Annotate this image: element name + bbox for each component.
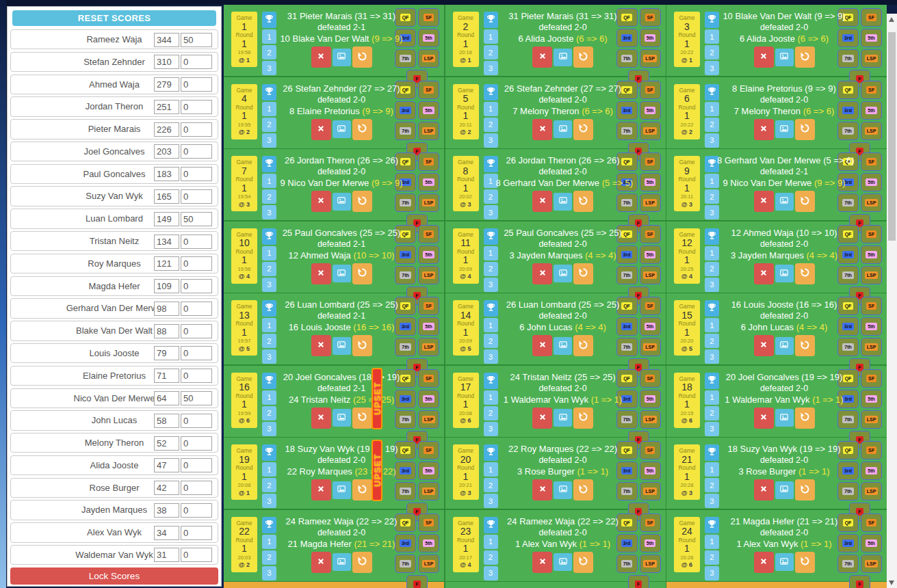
photo-button[interactable] xyxy=(554,49,572,66)
undo-button[interactable] xyxy=(795,552,815,573)
player-bonus-input[interactable] xyxy=(181,33,212,47)
undo-button[interactable] xyxy=(352,479,372,500)
sf-button[interactable]: SF xyxy=(418,513,439,532)
player-score-input[interactable] xyxy=(154,256,179,271)
sf-button[interactable]: SF xyxy=(861,81,882,99)
delete-result-button[interactable] xyxy=(532,191,552,212)
player-score-input[interactable] xyxy=(154,235,179,249)
player-score-input[interactable] xyxy=(154,55,179,69)
delete-result-button[interactable] xyxy=(754,46,774,68)
5th-button[interactable]: 5th xyxy=(861,317,882,336)
player-bonus-input[interactable] xyxy=(181,414,212,428)
player-score-input[interactable] xyxy=(154,503,179,518)
5th-button[interactable]: 5th xyxy=(418,245,439,264)
player-bonus-input[interactable] xyxy=(181,167,212,181)
lsp-button[interactable]: LSP xyxy=(418,266,439,284)
photo-button[interactable] xyxy=(775,337,794,355)
sf-button[interactable]: SF xyxy=(640,369,661,388)
delete-result-button[interactable] xyxy=(311,263,331,284)
photo-button[interactable] xyxy=(554,481,572,499)
5th-button[interactable]: 5th xyxy=(640,101,661,120)
sf-button[interactable]: SF xyxy=(861,441,882,459)
sf-button[interactable]: SF xyxy=(861,369,882,388)
player-score-input[interactable] xyxy=(154,212,179,226)
delete-result-button[interactable] xyxy=(532,479,552,500)
5th-button[interactable]: 5th xyxy=(861,173,882,191)
undo-button[interactable] xyxy=(573,46,593,68)
sf-button[interactable]: SF xyxy=(418,441,439,459)
lsp-button[interactable]: LSP xyxy=(418,554,439,573)
photo-button[interactable] xyxy=(554,193,572,211)
5th-button[interactable]: 5th xyxy=(418,173,439,191)
5th-button[interactable]: 5th xyxy=(640,390,661,408)
photo-button[interactable] xyxy=(775,481,794,499)
lsp-button[interactable]: LSP xyxy=(640,266,661,284)
delete-result-button[interactable] xyxy=(311,479,331,500)
player-bonus-input[interactable] xyxy=(181,481,212,495)
undo-button[interactable] xyxy=(795,46,815,68)
undo-button[interactable] xyxy=(573,552,593,573)
undo-button[interactable] xyxy=(795,263,815,284)
sf-button[interactable]: SF xyxy=(418,369,439,388)
lsp-button[interactable]: LSP xyxy=(861,338,882,356)
scrollbar-thumb[interactable] xyxy=(888,32,896,241)
5th-button[interactable]: 5th xyxy=(418,534,439,552)
5th-button[interactable]: 5th xyxy=(418,317,439,336)
final-button[interactable]: F xyxy=(406,575,428,588)
undo-button[interactable] xyxy=(352,46,372,68)
player-bonus-input[interactable] xyxy=(181,548,212,562)
lsp-button[interactable]: LSP xyxy=(640,482,661,500)
undo-button[interactable] xyxy=(795,335,815,356)
sf-button[interactable]: SF xyxy=(861,513,882,532)
scroll-up-arrow-icon[interactable] xyxy=(889,17,894,22)
player-bonus-input[interactable] xyxy=(181,436,212,451)
5th-button[interactable]: 5th xyxy=(861,245,882,264)
player-score-input[interactable] xyxy=(154,100,179,114)
5th-button[interactable]: 5th xyxy=(861,390,882,408)
player-bonus-input[interactable] xyxy=(181,100,212,114)
sf-button[interactable]: SF xyxy=(640,513,661,532)
delete-result-button[interactable] xyxy=(754,479,774,500)
delete-result-button[interactable] xyxy=(532,335,552,356)
photo-button[interactable] xyxy=(333,49,351,66)
player-bonus-input[interactable] xyxy=(181,256,212,271)
player-score-input[interactable] xyxy=(154,33,179,47)
scroll-down-arrow-icon[interactable] xyxy=(889,580,894,585)
photo-button[interactable] xyxy=(775,265,794,282)
player-bonus-input[interactable] xyxy=(181,526,212,540)
player-score-input[interactable] xyxy=(154,391,179,405)
5th-button[interactable]: 5th xyxy=(418,462,439,480)
delete-result-button[interactable] xyxy=(311,552,331,573)
delete-result-button[interactable] xyxy=(754,335,774,356)
player-score-input[interactable] xyxy=(154,436,179,451)
photo-button[interactable] xyxy=(775,120,794,138)
delete-result-button[interactable] xyxy=(532,46,552,68)
undo-button[interactable] xyxy=(573,119,593,140)
lsp-button[interactable]: LSP xyxy=(861,266,882,284)
photo-button[interactable] xyxy=(554,409,572,427)
delete-result-button[interactable] xyxy=(311,46,331,68)
player-bonus-input[interactable] xyxy=(181,279,212,293)
5th-button[interactable]: 5th xyxy=(418,390,439,408)
player-bonus-input[interactable] xyxy=(181,189,212,204)
player-score-input[interactable] xyxy=(154,414,179,428)
sf-button[interactable]: SF xyxy=(861,297,882,315)
photo-button[interactable] xyxy=(775,193,794,211)
lsp-button[interactable]: LSP xyxy=(418,338,439,356)
player-bonus-input[interactable] xyxy=(181,235,212,249)
5th-button[interactable]: 5th xyxy=(640,317,661,336)
player-bonus-input[interactable] xyxy=(181,458,212,472)
player-score-input[interactable] xyxy=(154,144,179,159)
5th-button[interactable]: 5th xyxy=(640,245,661,264)
delete-result-button[interactable] xyxy=(311,119,331,140)
undo-button[interactable] xyxy=(795,119,815,140)
sf-button[interactable]: SF xyxy=(418,8,439,27)
player-bonus-input[interactable] xyxy=(181,55,212,69)
5th-button[interactable]: 5th xyxy=(861,101,882,120)
final-button[interactable]: F xyxy=(849,575,870,588)
player-score-input[interactable] xyxy=(154,481,179,495)
photo-button[interactable] xyxy=(554,337,572,355)
lsp-button[interactable]: LSP xyxy=(418,49,439,68)
delete-result-button[interactable] xyxy=(311,407,331,429)
sf-button[interactable]: SF xyxy=(861,225,882,243)
